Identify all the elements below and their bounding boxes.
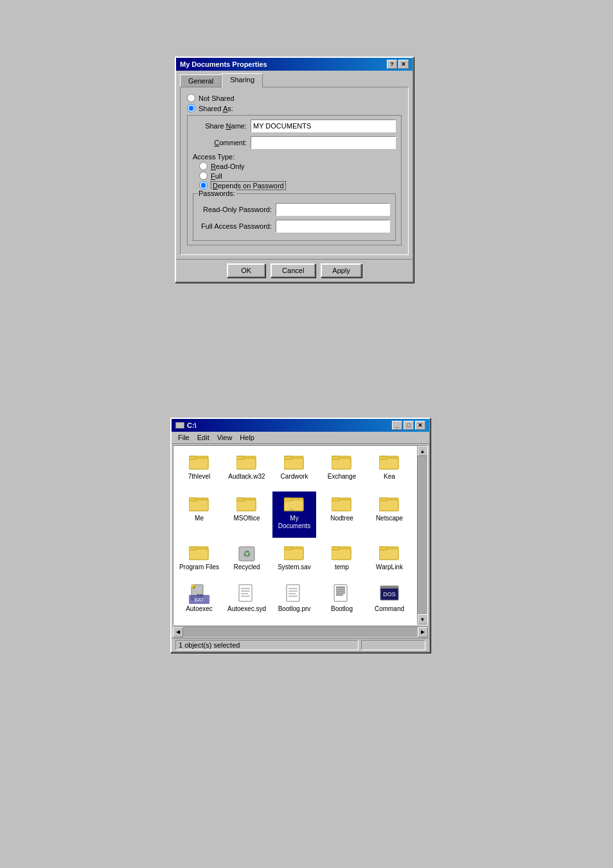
svg-rect-33 [189,549,208,560]
full-option[interactable]: Full [193,172,396,180]
not-shared-radio[interactable] [187,94,195,102]
shared-as-option[interactable]: Shared As: [187,104,402,112]
scroll-track-vertical[interactable] [418,456,427,614]
access-type-group: Access Type: Read-Only Full Depends on P… [193,153,396,190]
svg-rect-41 [332,549,351,560]
fm-close-button[interactable]: ✕ [415,421,425,430]
scroll-left-arrow[interactable]: ◀ [173,627,183,637]
folder-warplink[interactable]: WarpLink [368,540,411,580]
fm-titlebar: C:\ _ □ ✕ [172,419,429,432]
passwords-group: Passwords: Read-Only Password: Full Acce… [193,193,396,241]
file-bootlog-prv[interactable]: Bootlog.prv [272,582,316,621]
close-button[interactable]: ✕ [398,60,409,69]
passwords-legend: Passwords: [197,190,236,197]
svg-rect-16 [189,500,208,511]
folder-netscape[interactable]: Netscape [368,492,411,538]
depends-option[interactable]: Depends on Password [193,181,396,190]
svg-text:♻: ♻ [243,549,251,559]
menu-view[interactable]: View [213,433,236,442]
fm-status-text: 1 object(s) selected [175,640,359,650]
folder-exchange[interactable]: Exchange [320,450,364,489]
menu-edit[interactable]: Edit [193,433,213,442]
cancel-button[interactable]: Cancel [271,263,315,278]
ok-button[interactable]: OK [227,263,265,278]
dialog-titlebar: My Documents Properties ? ✕ [176,58,413,71]
dialog-footer: OK Cancel Apply [176,259,413,281]
full-radio[interactable] [199,172,208,180]
svg-rect-14 [379,456,387,459]
menu-file[interactable]: File [174,433,193,442]
full-access-password-label: Full Access Password: [199,222,276,230]
read-only-option[interactable]: Read-Only [193,162,396,170]
scroll-right-arrow[interactable]: ▶ [418,627,428,637]
fm-title: C:\ [187,421,197,429]
folder-programfiles[interactable]: Program Files [177,540,221,580]
file-autoexec[interactable]: bat BAT Autoexec [177,582,221,621]
horizontal-scrollbar[interactable]: ◀ ▶ [173,626,428,637]
read-only-password-label: Read-Only Password: [199,206,276,213]
tab-bar: General Sharing [176,71,413,87]
apply-button[interactable]: Apply [321,263,362,278]
shared-as-group: Share Name: MY DOCUMENTS Comment: Access… [187,115,402,245]
fm-statusbar: 1 object(s) selected [172,638,429,651]
svg-rect-17 [189,498,197,501]
share-name-input[interactable]: MY DOCUMENTS [251,120,396,132]
full-access-password-row: Full Access Password: [199,220,390,233]
svg-rect-27 [332,500,351,511]
file-bootlog[interactable]: Bootlog [320,582,364,621]
folder-nodtree[interactable]: Nodtree [320,492,364,538]
read-only-password-input[interactable] [276,203,390,216]
svg-text:BAT: BAT [195,597,204,603]
titlebar-buttons: ? ✕ [387,60,409,69]
scroll-down-arrow[interactable]: ▼ [418,614,428,624]
folder-cardwork[interactable]: Cardwork [272,450,316,489]
help-button[interactable]: ? [387,60,397,69]
fm-maximize-button[interactable]: □ [404,421,414,430]
comment-input[interactable] [251,136,396,149]
filemanager-window: C:\ _ □ ✕ File Edit View Help 7thlevel A… [170,418,431,653]
share-name-row: Share Name: MY DOCUMENTS [193,120,396,132]
folder-systemsav[interactable]: System.sav [272,540,316,580]
svg-rect-31 [379,498,387,501]
tab-sharing[interactable]: Sharing [222,73,263,87]
folder-mydocuments[interactable]: My Documents [272,492,316,538]
vertical-scrollbar[interactable]: ▲ ▼ [417,446,427,624]
folder-7thlevel[interactable]: 7thlevel [177,450,221,489]
not-shared-option[interactable]: Not Shared [187,94,402,102]
svg-rect-45 [379,547,387,550]
svg-rect-52 [239,585,252,601]
folder-msoftice[interactable]: MSOftice [225,492,269,538]
svg-rect-1 [189,458,208,469]
comment-label: Comment: [193,139,251,146]
share-name-label: Share Name: [193,122,251,130]
file-command[interactable]: DOS Command [368,582,411,621]
svg-rect-4 [236,458,256,469]
shared-as-radio[interactable] [187,104,195,112]
dialog-title: My Documents Properties [180,60,267,68]
folder-temp[interactable]: temp [320,540,364,580]
fm-titlebar-buttons: _ □ ✕ [392,421,425,430]
folder-kea[interactable]: Kea [368,450,411,489]
folder-recycled[interactable]: ♻ Recycled [225,540,269,580]
full-access-password-input[interactable] [276,220,390,233]
read-only-password-row: Read-Only Password: [199,203,390,216]
fm-content-area: 7thlevel Audtack.w32 Cardwork Exchange K… [172,445,429,637]
comment-row: Comment: [193,136,396,149]
scroll-track-horizontal[interactable] [183,627,418,637]
scroll-up-arrow[interactable]: ▲ [418,446,428,456]
folder-me[interactable]: Me [177,492,221,538]
not-shared-label: Not Shared [199,94,235,102]
fm-status-right [361,640,425,650]
tab-general[interactable]: General [180,75,222,87]
fm-minimize-button[interactable]: _ [392,421,402,430]
depends-label: Depends on Password [211,182,286,190]
svg-rect-2 [189,456,197,459]
svg-rect-7 [284,458,303,469]
menu-help[interactable]: Help [236,433,258,442]
folder-audtack[interactable]: Audtack.w32 [225,450,269,489]
svg-rect-13 [379,458,398,469]
svg-rect-10 [332,458,351,469]
file-autoexec-syd[interactable]: Autoexec.syd [225,582,269,621]
read-only-radio[interactable] [199,162,208,170]
depends-radio[interactable] [199,181,208,190]
